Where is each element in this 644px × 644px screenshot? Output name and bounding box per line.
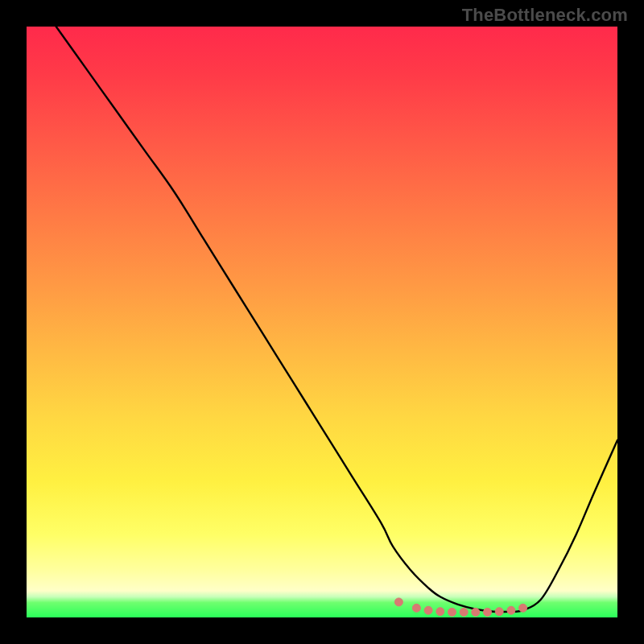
- marker-dot: [495, 608, 503, 616]
- marker-dot: [472, 608, 480, 616]
- marker-dot: [484, 608, 492, 616]
- marker-dot: [448, 608, 456, 616]
- marker-dot: [394, 598, 402, 606]
- chart-frame: TheBottleneck.com: [0, 0, 644, 644]
- marker-dot: [436, 608, 444, 616]
- marker-dot: [460, 608, 468, 616]
- bottleneck-curve: [56, 27, 617, 612]
- marker-dot: [424, 606, 432, 614]
- plot-area: [27, 27, 617, 617]
- curve-layer: [27, 27, 617, 617]
- watermark-text: TheBottleneck.com: [462, 5, 628, 26]
- marker-dot: [412, 604, 420, 612]
- marker-dot: [519, 604, 527, 612]
- minimum-markers: [394, 598, 526, 617]
- marker-dot: [507, 606, 515, 614]
